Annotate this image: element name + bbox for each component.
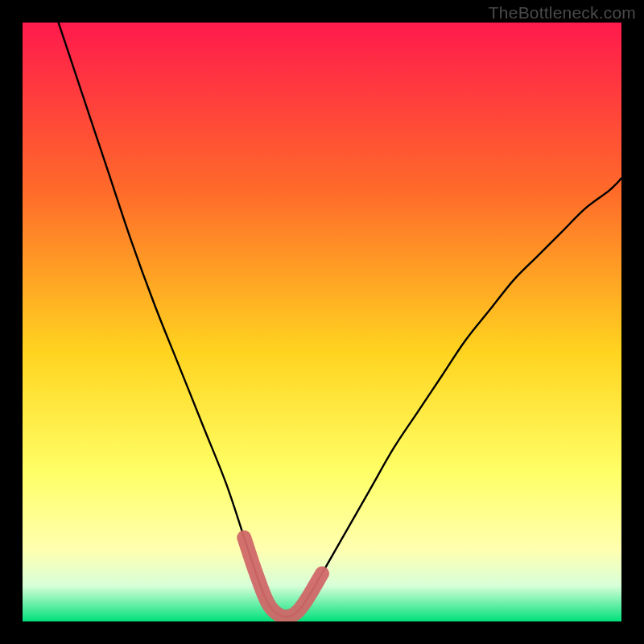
gradient-background [23,23,621,621]
plot-area [23,23,621,621]
chart-svg [23,23,621,621]
watermark-text: TheBottleneck.com [489,3,636,23]
chart-frame: TheBottleneck.com [0,0,644,644]
